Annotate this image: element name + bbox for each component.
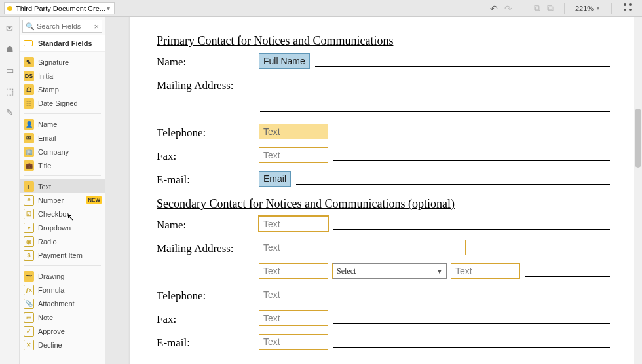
- divider: [24, 265, 101, 266]
- separator: [564, 3, 565, 14]
- separator: [523, 3, 523, 14]
- field-date-signed[interactable]: ☷Date Signed: [20, 96, 105, 110]
- field-name[interactable]: 👤Name: [20, 117, 105, 131]
- stamp-icon: ☖: [24, 84, 34, 95]
- document-dropdown[interactable]: Third Party Document Cre... ▼: [4, 2, 115, 14]
- label-mailing: Mailing Address:: [157, 77, 259, 92]
- caret-down-icon: ▼: [105, 5, 111, 12]
- field-attachment[interactable]: 📎Attachment: [20, 297, 105, 310]
- underline: [333, 218, 610, 230]
- note-icon: ▭: [24, 312, 34, 323]
- email-icon: ✉: [24, 133, 34, 143]
- approve-icon: ✓: [24, 326, 34, 337]
- radio-icon: ◉: [24, 236, 34, 247]
- underline: [471, 242, 610, 253]
- left-rail: ✉ ☗ ▭ ⬚ ✎: [0, 17, 20, 364]
- field-text[interactable]: TText: [20, 179, 105, 193]
- magnifier-icon: 🔍: [26, 22, 35, 31]
- copy-icon[interactable]: ⧉: [534, 3, 540, 14]
- divider: [24, 175, 101, 176]
- placed-field-mailing-city[interactable]: Text: [259, 263, 328, 279]
- calendar-icon: ☷: [24, 98, 34, 109]
- checkbox-icon: ☑: [24, 209, 34, 219]
- recipients-icon[interactable]: ☗: [5, 45, 15, 54]
- company-icon: 🏢: [24, 147, 34, 157]
- fields-panel: 🔍 × Standard Fields ✎Signature DSInitial…: [20, 17, 105, 364]
- label-email2: E-mail:: [157, 334, 259, 350]
- svg-point-3: [629, 9, 632, 11]
- comments-icon[interactable]: ⬚: [5, 86, 15, 96]
- field-formula[interactable]: ƒxFormula: [20, 283, 105, 297]
- placed-field-mailing-zip[interactable]: Text: [451, 263, 520, 279]
- placed-field-mailing-street[interactable]: Text: [259, 240, 466, 255]
- underline: [260, 77, 610, 88]
- redo-icon[interactable]: ↷: [504, 3, 512, 14]
- envelope-icon[interactable]: ✉: [5, 24, 15, 33]
- document-page[interactable]: Primary Contact for Notices and Communic…: [130, 17, 636, 364]
- new-badge: NEW: [86, 196, 102, 204]
- field-initial[interactable]: DSInitial: [20, 69, 105, 82]
- scrollbar-track[interactable]: [634, 17, 642, 364]
- briefcase-icon: 💼: [24, 160, 34, 171]
- placed-field-name2[interactable]: Text: [259, 216, 328, 232]
- payment-icon: $: [24, 250, 34, 261]
- underline: [525, 265, 610, 277]
- drawing-icon: 〰: [24, 271, 34, 282]
- documents-icon[interactable]: ▭: [5, 65, 15, 75]
- paste-icon[interactable]: ⧉: [547, 3, 554, 14]
- section-heading-primary: Primary Contact for Notices and Communic…: [157, 34, 610, 48]
- search-input[interactable]: [37, 22, 94, 30]
- placed-field-fullname[interactable]: Full Name: [259, 53, 310, 69]
- field-checkbox[interactable]: ☑Checkbox: [20, 207, 105, 221]
- zoom-dropdown[interactable]: 221%▼: [575, 5, 601, 12]
- field-stamp[interactable]: ☖Stamp: [20, 82, 105, 96]
- field-number[interactable]: #NumberNEW: [20, 193, 105, 207]
- field-payment-item[interactable]: $Payment Item: [20, 248, 105, 262]
- field-decline[interactable]: ✕Decline: [20, 338, 105, 352]
- field-dropdown[interactable]: ▾Dropdown: [20, 221, 105, 234]
- document-canvas[interactable]: Primary Contact for Notices and Communic…: [105, 17, 642, 364]
- search-fields[interactable]: 🔍 ×: [22, 20, 102, 33]
- undo-icon[interactable]: ↶: [490, 3, 498, 14]
- field-radio[interactable]: ◉Radio: [20, 234, 105, 248]
- status-dot-icon: [7, 6, 12, 11]
- field-signature[interactable]: ✎Signature: [20, 55, 105, 69]
- placed-field-fax[interactable]: Text: [259, 147, 328, 163]
- svg-point-0: [624, 3, 626, 6]
- label-telephone: Telephone:: [157, 124, 259, 139]
- placed-field-email[interactable]: Email: [259, 171, 291, 187]
- underline: [296, 173, 610, 185]
- top-toolbar: Third Party Document Cre... ▼ ↶ ↷ ⧉ ⧉ 22…: [0, 0, 642, 17]
- signature-icon: ✎: [24, 57, 34, 67]
- clear-search-icon[interactable]: ×: [94, 22, 99, 31]
- field-title[interactable]: 💼Title: [20, 158, 105, 172]
- field-company[interactable]: 🏢Company: [20, 145, 105, 158]
- underline: [260, 100, 610, 112]
- field-drawing[interactable]: 〰Drawing: [20, 269, 105, 283]
- label-fax2: Fax:: [157, 310, 259, 326]
- field-note[interactable]: ▭Note: [20, 310, 105, 324]
- label-mailing2: Mailing Address:: [157, 240, 259, 255]
- separator: [611, 3, 612, 14]
- settings-icon[interactable]: [622, 2, 633, 14]
- edit-icon[interactable]: ✎: [5, 107, 15, 117]
- label-name: Name:: [157, 53, 259, 69]
- formula-icon: ƒx: [24, 285, 34, 295]
- placed-field-telephone2[interactable]: Text: [259, 287, 328, 302]
- label-telephone2: Telephone:: [157, 287, 259, 302]
- field-approve[interactable]: ✓Approve: [20, 324, 105, 338]
- underline: [333, 312, 610, 324]
- number-icon: #: [24, 195, 34, 206]
- field-email[interactable]: ✉Email: [20, 131, 105, 145]
- standard-fields-header: Standard Fields: [20, 35, 105, 52]
- initial-icon: DS: [24, 71, 34, 81]
- scrollbar-thumb[interactable]: [635, 109, 641, 168]
- placed-field-telephone[interactable]: Text: [259, 124, 328, 139]
- folder-icon: [24, 40, 33, 46]
- placed-field-email2[interactable]: Text: [259, 334, 328, 350]
- underline: [333, 126, 610, 137]
- caret-down-icon: ▼: [436, 268, 443, 275]
- attachment-icon: 📎: [24, 299, 34, 309]
- placed-field-fax2[interactable]: Text: [259, 310, 328, 326]
- placed-field-mailing-state[interactable]: Select▼: [332, 263, 447, 279]
